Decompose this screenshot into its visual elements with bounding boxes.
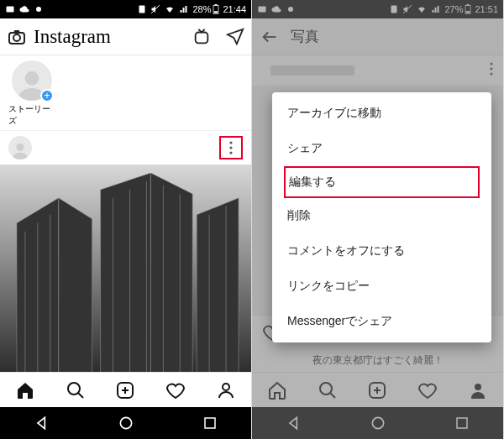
svg-rect-6 <box>215 4 218 6</box>
tab-bar <box>0 372 251 407</box>
kebab-icon <box>229 141 233 154</box>
signal-icon <box>179 4 189 14</box>
svg-rect-5 <box>214 11 218 13</box>
svg-marker-19 <box>150 173 192 372</box>
tab-search[interactable] <box>66 380 86 400</box>
svg-rect-9 <box>196 32 208 43</box>
menu-copy-link[interactable]: リンクをコピー <box>272 269 491 304</box>
nav-back[interactable] <box>34 415 50 431</box>
sim-icon <box>137 4 147 14</box>
svg-marker-20 <box>197 198 239 372</box>
app-titlebar: Instagram <box>0 18 251 55</box>
menu-delete[interactable]: 削除 <box>272 198 491 233</box>
post-more-button[interactable] <box>219 136 243 159</box>
svg-point-37 <box>121 417 132 428</box>
post-author-avatar[interactable] <box>8 136 32 159</box>
stories-row: + ストーリーズ <box>0 55 251 131</box>
android-navbar <box>0 407 251 439</box>
menu-share[interactable]: シェア <box>272 131 491 166</box>
wifi-icon <box>164 4 176 14</box>
svg-line-32 <box>78 393 83 398</box>
menu-archive[interactable]: アーカイブに移動 <box>272 96 491 131</box>
svg-rect-38 <box>205 418 215 428</box>
igtv-icon[interactable] <box>192 28 211 46</box>
post-options-sheet: アーカイブに移動 シェア 編集する 削除 コメントをオフにする リンクをコピー … <box>272 92 491 342</box>
svg-point-11 <box>16 144 24 151</box>
screen-feed: 28% 21:44 Instagram + ストーリーズ <box>0 0 252 439</box>
brand-logo: Instagram <box>34 26 111 48</box>
svg-point-36 <box>223 384 229 390</box>
svg-point-12 <box>229 141 232 144</box>
battery-text: 28% <box>192 4 211 14</box>
svg-point-1 <box>36 7 41 12</box>
menu-comments-off[interactable]: コメントをオフにする <box>272 233 491 269</box>
swirl-icon <box>34 4 44 14</box>
send-icon[interactable] <box>226 28 244 46</box>
tab-add[interactable] <box>115 380 135 400</box>
post-header <box>0 131 251 165</box>
camera-icon[interactable] <box>7 27 27 47</box>
post-image[interactable] <box>0 165 251 372</box>
svg-marker-17 <box>59 198 92 372</box>
story-label: ストーリーズ <box>8 103 55 127</box>
menu-edit[interactable]: 編集する <box>284 166 480 198</box>
screen-post-options: 27% 21:51 写真 夜の東京都庁はすごく綺麗！ <box>252 0 504 439</box>
story-your-story[interactable]: + ストーリーズ <box>8 60 55 127</box>
svg-point-14 <box>229 151 232 154</box>
svg-point-10 <box>25 71 39 86</box>
svg-marker-18 <box>101 173 151 372</box>
status-bar: 28% 21:44 <box>0 0 251 18</box>
cloud-icon <box>19 4 29 14</box>
svg-point-8 <box>13 34 20 41</box>
add-story-badge: + <box>40 89 54 102</box>
mute-icon <box>150 4 160 14</box>
buildings-illustration <box>0 165 251 372</box>
svg-point-13 <box>229 146 232 149</box>
battery-icon <box>213 4 219 14</box>
svg-point-31 <box>68 383 80 395</box>
menu-messenger-share[interactable]: Messengerでシェア <box>272 304 491 339</box>
nav-home[interactable] <box>118 415 134 431</box>
nav-recent[interactable] <box>202 415 218 431</box>
svg-rect-2 <box>139 6 145 13</box>
tab-home[interactable] <box>15 380 35 400</box>
clock-text: 21:44 <box>223 4 246 14</box>
tab-activity[interactable] <box>165 380 186 400</box>
tab-profile[interactable] <box>216 380 236 400</box>
photo-icon <box>5 4 15 14</box>
svg-rect-0 <box>7 7 14 13</box>
